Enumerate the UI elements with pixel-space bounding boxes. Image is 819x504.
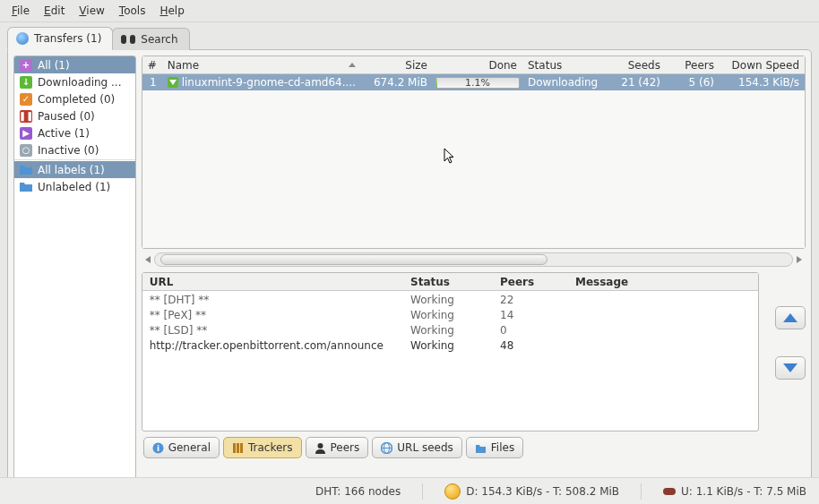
tracker-status: Working <box>405 291 495 306</box>
col-size[interactable]: Size <box>361 56 433 73</box>
sidebar-item[interactable]: All labels (1) <box>14 161 135 178</box>
col-num[interactable]: # <box>142 56 162 73</box>
tracker-row[interactable]: ** [LSD] **Working0 <box>142 321 758 337</box>
status-up: U: 1.1 KiB/s - T: 7.5 MiB <box>681 485 806 498</box>
sidebar-item[interactable]: ✓Completed (0) <box>14 90 135 107</box>
scrollbar-thumb[interactable] <box>160 254 547 265</box>
sidebar-item[interactable]: ▶Active (1) <box>14 124 135 141</box>
tracker-url: ** [PeX] ** <box>142 306 405 321</box>
tracker-peers: 14 <box>495 306 570 321</box>
sidebar-item[interactable]: ↓Downloading ... <box>14 73 135 90</box>
tracker-url: ** [DHT] ** <box>142 291 405 306</box>
tracker-message <box>570 321 758 337</box>
torrent-row[interactable]: 1 linuxmint-9-gnome-cd-amd64.... 674.2 M… <box>142 74 805 90</box>
torrent-table-empty <box>142 90 805 248</box>
tracker-peers: 48 <box>495 337 570 352</box>
trackers-header[interactable]: URL Status Peers Message <box>142 273 758 291</box>
menu-edit[interactable]: Edit <box>38 2 71 20</box>
tab-search[interactable]: Search <box>112 28 189 50</box>
col-down[interactable]: Down Speed <box>720 56 805 73</box>
tracker-row[interactable]: ** [DHT] **Working22 <box>142 291 758 306</box>
col-done[interactable]: Done <box>433 56 522 73</box>
tab-peers[interactable]: Peers <box>306 437 369 458</box>
folder-icon <box>20 164 32 176</box>
move-up-button[interactable] <box>775 306 806 329</box>
svg-rect-4 <box>233 443 236 453</box>
tab-search-label: Search <box>141 33 177 46</box>
tab-urlseeds[interactable]: URL seeds <box>372 437 462 458</box>
torrent-status: Downloading <box>522 76 612 89</box>
main-tabs: Transfers (1) Search <box>7 27 812 50</box>
sidebar-item-label: Inactive (0) <box>38 144 99 157</box>
menu-view[interactable]: View <box>73 2 110 20</box>
sidebar-item[interactable]: Unlabeled (1) <box>14 178 135 195</box>
globe-icon <box>16 32 29 45</box>
status-icon: ○ <box>20 144 32 157</box>
chevron-up-icon <box>783 313 797 322</box>
torrent-done-cell: 1.1% <box>433 77 522 89</box>
menu-tools[interactable]: Tools <box>113 2 152 20</box>
info-icon: i <box>152 442 164 454</box>
status-icon: ▶ <box>20 127 32 140</box>
menu-file[interactable]: File <box>5 2 36 20</box>
detail-tabs: i General Trackers Peers URL seeds <box>142 431 806 460</box>
col-seeds[interactable]: Seeds <box>612 56 666 73</box>
tracker-row[interactable]: ** [PeX] **Working14 <box>142 306 758 321</box>
tab-general[interactable]: i General <box>143 437 220 458</box>
col-peers[interactable]: Peers <box>666 56 720 73</box>
tracker-peers: 0 <box>495 321 570 337</box>
svg-point-7 <box>317 443 323 448</box>
sidebar-item-label: Completed (0) <box>38 93 115 106</box>
menu-help[interactable]: Help <box>153 2 190 20</box>
content-area: Transfers (1) Search +All (1)↓Downloadin… <box>0 21 819 477</box>
sidebar-item-label: All labels (1) <box>38 164 105 176</box>
svg-rect-5 <box>237 443 239 453</box>
col-status[interactable]: Status <box>522 56 612 73</box>
trackers-panel: URL Status Peers Message ** [DHT] **Work… <box>142 272 759 431</box>
chevron-down-icon <box>783 363 797 372</box>
divider <box>14 159 135 160</box>
svg-marker-0 <box>783 313 797 322</box>
tracker-message <box>570 291 758 306</box>
status-icon: + <box>20 59 32 72</box>
folder-icon <box>475 442 487 454</box>
tab-transfers-label: Transfers (1) <box>34 32 101 45</box>
sidebar-item[interactable]: ❚❚Paused (0) <box>14 107 135 124</box>
divider <box>641 483 642 500</box>
sidebar-item[interactable]: +All (1) <box>14 56 135 73</box>
status-icon: ↓ <box>20 76 32 89</box>
tab-trackers[interactable]: Trackers <box>223 437 302 458</box>
col-tracker-peers[interactable]: Peers <box>495 273 570 290</box>
sidebar-item-label: Paused (0) <box>38 110 95 123</box>
sidebar-item[interactable]: ○Inactive (0) <box>14 141 135 158</box>
tracker-row[interactable]: http://tracker.openbittorrent.com/announ… <box>142 337 758 352</box>
torrent-name-cell: linuxmint-9-gnome-cd-amd64.... <box>162 76 361 89</box>
tracker-peers: 22 <box>495 291 570 306</box>
progress-label: 1.1% <box>436 78 519 88</box>
tab-transfers[interactable]: Transfers (1) <box>7 27 113 50</box>
sidebar-item-label: Downloading ... <box>38 76 121 89</box>
menubar: File Edit View Tools Help <box>0 0 819 22</box>
torrent-table-header[interactable]: # Name Size Done Status Seeds Peers Down… <box>142 56 805 74</box>
main-area: # Name Size Done Status Seeds Peers Down… <box>142 56 806 488</box>
status-dht: DHT: 166 nodes <box>315 485 401 498</box>
divider <box>422 483 423 500</box>
torrent-num: 1 <box>142 76 162 89</box>
up-icon[interactable] <box>663 488 676 495</box>
sidebar-item-label: Unlabeled (1) <box>38 181 110 193</box>
move-down-button[interactable] <box>775 356 806 380</box>
tab-files[interactable]: Files <box>466 437 523 458</box>
details-wrap: URL Status Peers Message ** [DHT] **Work… <box>142 272 806 431</box>
progress-bar: 1.1% <box>435 77 520 89</box>
col-name[interactable]: Name <box>162 56 361 73</box>
torrent-name: linuxmint-9-gnome-cd-amd64.... <box>182 76 356 89</box>
col-url[interactable]: URL <box>142 273 405 290</box>
col-message[interactable]: Message <box>570 273 758 290</box>
col-tracker-status[interactable]: Status <box>405 273 495 290</box>
tracker-status: Working <box>405 337 495 352</box>
sidebar-item-label: Active (1) <box>38 127 90 140</box>
rate-icon[interactable] <box>444 483 461 500</box>
horizontal-scrollbar[interactable] <box>154 252 793 267</box>
torrent-peers: 5 (6) <box>666 76 720 89</box>
sidebar: +All (1)↓Downloading ...✓Completed (0)❚❚… <box>13 56 136 488</box>
